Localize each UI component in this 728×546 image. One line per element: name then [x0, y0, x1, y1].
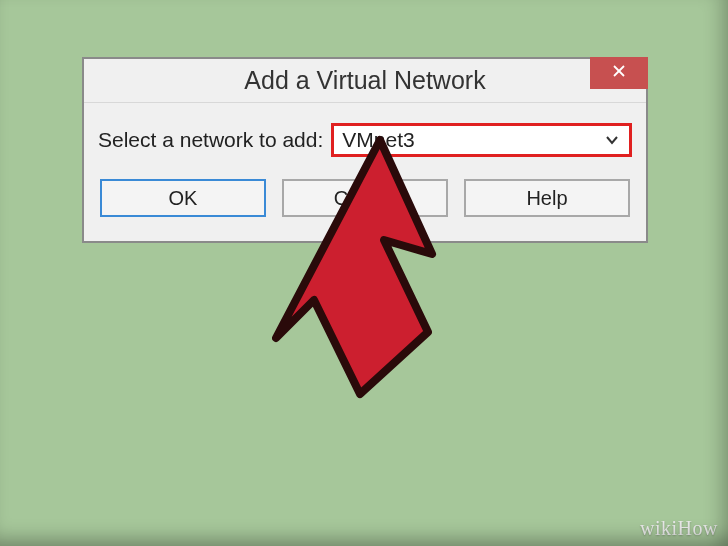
chevron-down-icon	[605, 131, 619, 149]
close-icon	[612, 64, 626, 82]
button-row: OK Cancel Help	[98, 179, 632, 217]
help-button-label: Help	[526, 187, 567, 210]
network-dropdown[interactable]: VMnet3	[331, 123, 632, 157]
select-label: Select a network to add:	[98, 128, 323, 152]
add-virtual-network-dialog: Add a Virtual Network Select a network t…	[82, 57, 648, 243]
dropdown-value: VMnet3	[342, 128, 414, 152]
dialog-title: Add a Virtual Network	[244, 66, 485, 95]
cancel-button-label: Cancel	[334, 187, 396, 210]
help-button[interactable]: Help	[464, 179, 630, 217]
watermark: wikiHow	[640, 517, 718, 540]
ok-button-label: OK	[169, 187, 198, 210]
cancel-button[interactable]: Cancel	[282, 179, 448, 217]
dialog-content: Select a network to add: VMnet3 OK Cance…	[84, 103, 646, 229]
titlebar: Add a Virtual Network	[84, 59, 646, 103]
close-button[interactable]	[590, 57, 648, 89]
ok-button[interactable]: OK	[100, 179, 266, 217]
select-row: Select a network to add: VMnet3	[98, 123, 632, 157]
